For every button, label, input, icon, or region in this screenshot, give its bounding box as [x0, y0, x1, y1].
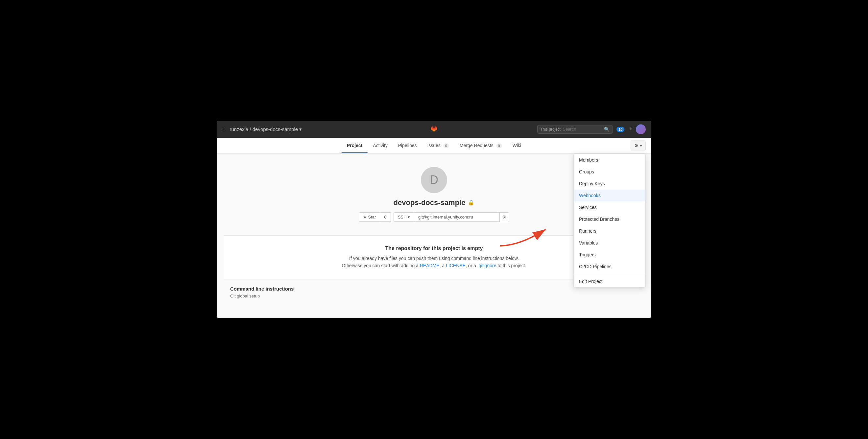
nav-right: This project 🔍 10 +: [537, 124, 646, 134]
star-button[interactable]: ★ Star: [359, 212, 380, 222]
tab-activity[interactable]: Activity: [368, 138, 393, 153]
tab-merge-requests[interactable]: Merge Requests 0: [454, 138, 507, 153]
clone-url-display: git@git.internal.yunify.com:ru: [414, 212, 500, 222]
copy-url-button[interactable]: ⎘: [500, 212, 509, 222]
cmd-subtitle: Git global setup: [230, 294, 638, 298]
tab-project[interactable]: Project: [342, 138, 368, 153]
browser-window: ≡ runzexia / devops-docs-sample ▾ This p…: [217, 121, 651, 319]
gitlab-logo: [428, 123, 440, 136]
search-box[interactable]: This project 🔍: [537, 125, 613, 134]
readme-link[interactable]: README: [420, 263, 440, 268]
dropdown-item-services[interactable]: Services: [574, 201, 645, 213]
settings-dropdown: Members Groups Deploy Keys Webhooks Serv…: [574, 154, 646, 288]
search-input[interactable]: [563, 127, 602, 131]
sub-nav-wrapper: Project Activity Pipelines Issues 0 Merg…: [217, 138, 651, 154]
dropdown-item-groups[interactable]: Groups: [574, 166, 645, 178]
add-icon[interactable]: +: [628, 126, 632, 133]
gear-chevron: ▾: [640, 143, 642, 148]
gitignore-link[interactable]: .gitignore: [477, 263, 496, 268]
dropdown-item-variables[interactable]: Variables: [574, 237, 645, 249]
top-nav: ≡ runzexia / devops-docs-sample ▾ This p…: [217, 121, 651, 138]
search-icon: 🔍: [604, 127, 610, 132]
dropdown-item-webhooks[interactable]: Webhooks: [574, 189, 645, 201]
dropdown-item-cicd-pipelines[interactable]: CI/CD Pipelines: [574, 261, 645, 272]
user-avatar[interactable]: [636, 124, 646, 134]
tab-pipelines[interactable]: Pipelines: [393, 138, 422, 153]
dropdown-item-deploy-keys[interactable]: Deploy Keys: [574, 178, 645, 189]
search-label: This project: [540, 127, 561, 131]
dropdown-divider: [574, 274, 645, 274]
notification-badge[interactable]: 10: [617, 127, 624, 132]
tab-issues[interactable]: Issues 0: [422, 138, 454, 153]
issues-badge: 0: [443, 144, 449, 148]
hamburger-icon[interactable]: ≡: [222, 126, 226, 133]
dropdown-item-runners[interactable]: Runners: [574, 225, 645, 237]
license-link[interactable]: LICENSE: [446, 263, 466, 268]
ssh-dropdown-button[interactable]: SSH ▾: [394, 212, 414, 222]
merge-requests-badge: 0: [496, 144, 502, 148]
dropdown-item-triggers[interactable]: Triggers: [574, 249, 645, 261]
dropdown-item-members[interactable]: Members: [574, 154, 645, 166]
tab-wiki[interactable]: Wiki: [507, 138, 526, 153]
sub-nav-tabs: Project Activity Pipelines Issues 0 Merg…: [342, 138, 526, 153]
settings-gear-button[interactable]: ⚙ ▾: [631, 141, 646, 150]
dropdown-item-edit-project[interactable]: Edit Project: [574, 275, 645, 287]
breadcrumb[interactable]: runzexia / devops-docs-sample ▾: [230, 126, 534, 132]
sub-nav: Project Activity Pipelines Issues 0 Merg…: [217, 138, 651, 154]
gear-icon: ⚙: [634, 143, 639, 148]
star-count: 0: [380, 212, 391, 222]
project-avatar: D: [421, 167, 447, 193]
dropdown-item-protected-branches[interactable]: Protected Branches: [574, 213, 645, 225]
lock-icon: 🔒: [468, 199, 474, 206]
